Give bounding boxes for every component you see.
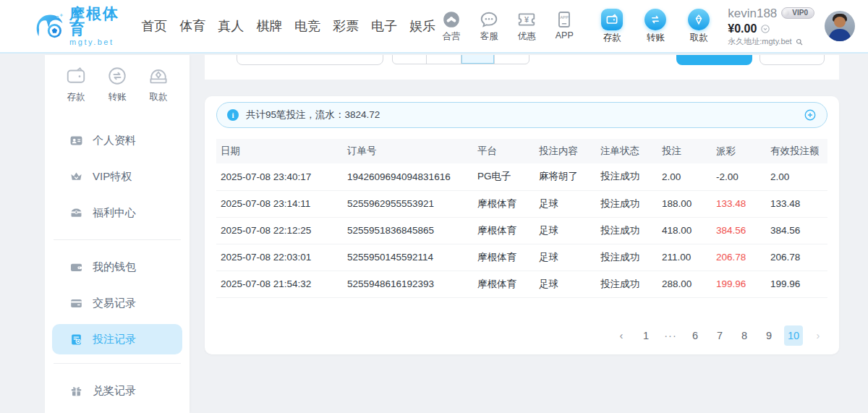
table-cell: 足球 (535, 271, 596, 297)
header-action-label: APP (556, 30, 574, 41)
table-column-header-1: 订单号 (343, 139, 473, 163)
user-avatar[interactable] (825, 11, 855, 41)
summary-bar: i 共计95笔投注，流水：3824.72 (216, 102, 827, 128)
page-button-1[interactable]: 1 (637, 325, 655, 346)
nav-item-0[interactable]: 首页 (141, 17, 167, 35)
table-cell: 188.00 (658, 190, 712, 217)
permanent-address: 永久地址:mgty.bet (728, 37, 791, 47)
page-button-7[interactable]: 7 (710, 325, 729, 346)
sidebar-item-card[interactable]: 交易记录 (45, 285, 190, 321)
header-action-chat[interactable]: 客服 (473, 10, 505, 43)
reset-button[interactable] (760, 55, 825, 65)
magnifier-icon[interactable] (795, 38, 804, 46)
table-column-header-0: 日期 (216, 139, 343, 163)
header-action-label: 客服 (480, 30, 498, 43)
table-cell: 投注成功 (596, 217, 658, 244)
table-header-row: 日期订单号平台投注内容注单状态投注派彩有效投注额 (216, 139, 827, 163)
date-range-segment-3[interactable] (461, 55, 494, 64)
table-column-header-5: 投注 (658, 139, 712, 163)
withdraw-icon-box (688, 9, 710, 30)
sidebar-item-chest[interactable]: 福利中心 (45, 195, 190, 231)
brand-logo[interactable]: 摩根体育 mgty.bet (33, 6, 124, 46)
filter-input[interactable] (237, 55, 383, 65)
page-button-6[interactable]: 6 (686, 325, 705, 346)
table-cell: 摩根体育 (473, 217, 535, 244)
table-row: 2025-07-08 23:14:115255962955553921摩根体育足… (216, 190, 827, 217)
table-cell: 199.96 (712, 271, 766, 297)
header-action-label: 取款 (690, 32, 708, 44)
header-gray-actions: 合营客服¥优惠APPAPP (435, 10, 580, 43)
table-cell: 摩根体育 (473, 244, 535, 271)
nav-item-2[interactable]: 真人 (218, 17, 244, 35)
page-button-9[interactable]: 9 (760, 325, 778, 346)
table-cell: 418.00 (658, 217, 712, 244)
header-action-label: 优惠 (518, 30, 536, 43)
table-cell: 199.96 (766, 271, 827, 297)
header-action-label: 转账 (647, 32, 665, 44)
pagination-next[interactable]: › (809, 325, 827, 346)
nav-item-6[interactable]: 电子 (371, 17, 397, 35)
header-action-handshake[interactable]: 合营 (435, 10, 467, 43)
crown-icon (69, 170, 83, 184)
page-button-8[interactable]: 8 (735, 325, 754, 346)
table-cell: 1942609694094831616 (343, 163, 473, 190)
nav-item-5[interactable]: 彩票 (333, 17, 359, 35)
deposit-icon (605, 12, 619, 27)
sidebar-item-crown[interactable]: VIP特权 (45, 158, 190, 195)
search-button[interactable] (676, 55, 752, 65)
date-range-segment-4[interactable] (494, 55, 529, 64)
username: kevin188 (728, 6, 777, 21)
sidebar-item-gift[interactable]: 兑奖记录 (45, 372, 190, 409)
table-cell: 206.78 (766, 244, 827, 271)
svg-text:¥: ¥ (524, 14, 529, 23)
gift-icon (69, 384, 83, 398)
header-action-app[interactable]: APPAPP (548, 10, 580, 43)
sidebar-quick-deposit[interactable]: 存款 (65, 65, 87, 103)
header-action-coupon[interactable]: ¥优惠 (511, 10, 542, 43)
table-row: 2025-07-08 22:03:015255950145592114摩根体育足… (216, 244, 827, 271)
date-range-segment-2[interactable] (426, 55, 461, 64)
plus-circle-icon[interactable] (804, 108, 817, 122)
table-cell: 2025-07-08 22:12:25 (216, 217, 343, 244)
header-action-label: 合营 (443, 30, 461, 43)
table-cell: 投注成功 (596, 163, 658, 190)
header-action-label: 存款 (603, 32, 621, 44)
user-info: kevin188 VIP0 ¥0.00 永久地址:mgty.bet (728, 6, 814, 47)
table-cell: 5255950145592114 (343, 244, 473, 271)
header-action-withdraw[interactable]: 取款 (683, 9, 715, 44)
table-row: 2025-07-08 23:40:171942609694094831616PG… (216, 163, 827, 190)
nav-item-4[interactable]: 电竞 (294, 17, 320, 35)
sidebar-quick-withdraw[interactable]: 取款 (148, 65, 169, 103)
nav-item-1[interactable]: 体育 (179, 17, 205, 35)
pagination-prev[interactable]: ‹ (612, 325, 631, 346)
top-header: 摩根体育 mgty.bet 首页体育真人棋牌电竞彩票电子娱乐 合营客服¥优惠AP… (0, 0, 868, 54)
sidebar-item-label: 交易记录 (93, 297, 136, 310)
sidebar-item-wallet[interactable]: 我的钱包 (45, 249, 190, 285)
sidebar-item-idcard[interactable]: 个人资料 (45, 122, 190, 158)
header-action-transfer[interactable]: 转账 (639, 9, 671, 44)
sidebar-item-betdoc[interactable]: 投注记录 (52, 324, 182, 354)
table-cell: PG电子 (473, 163, 535, 190)
chevron-circle-icon[interactable] (760, 24, 770, 34)
page-button-10[interactable]: 10 (784, 325, 803, 346)
sidebar-quick-transfer[interactable]: 转账 (106, 65, 128, 103)
table-cell: 足球 (535, 217, 596, 244)
pagination-ellipsis: ··· (661, 325, 680, 346)
sidebar-item-label: 兑奖记录 (93, 384, 136, 398)
table-cell: 2025-07-08 23:14:11 (216, 190, 343, 217)
table-column-header-3: 投注内容 (535, 139, 596, 163)
sidebar-divider (54, 363, 181, 364)
sidebar-item-label: 投注记录 (93, 333, 136, 346)
nav-item-7[interactable]: 娱乐 (409, 17, 435, 35)
app-icon: APP (555, 10, 574, 29)
nav-item-3[interactable]: 棋牌 (256, 17, 282, 35)
table-column-header-6: 派彩 (712, 139, 766, 163)
coupon-icon: ¥ (517, 10, 536, 29)
date-range-segment-1[interactable] (393, 55, 426, 64)
header-action-deposit[interactable]: 存款 (596, 9, 628, 44)
table-cell: 摩根体育 (473, 271, 535, 297)
table-column-header-2: 平台 (473, 139, 535, 163)
brand-domain: mgty.bet (69, 38, 124, 46)
withdraw-outline-icon (148, 65, 169, 87)
filter-strip (205, 55, 839, 80)
